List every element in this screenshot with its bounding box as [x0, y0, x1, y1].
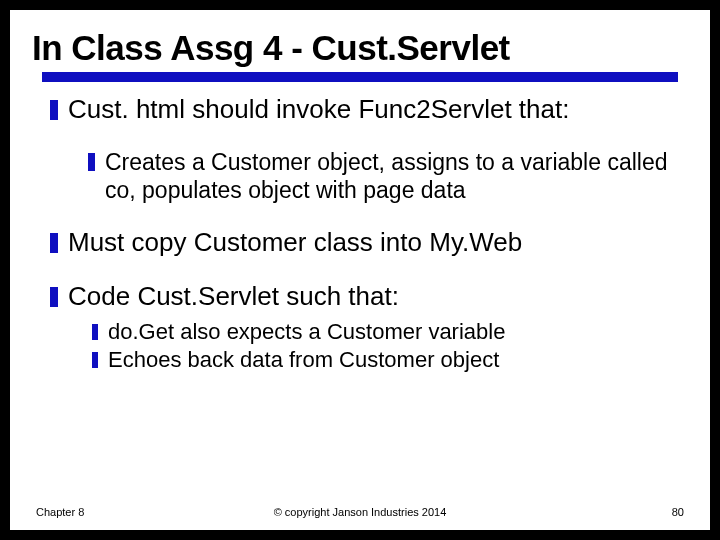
bullet-text: Must copy Customer class into My.Web: [68, 227, 522, 259]
bullet-icon: [92, 324, 98, 340]
bullet-text: Echoes back data from Customer object: [108, 347, 499, 373]
footer-center: © copyright Janson Industries 2014: [10, 506, 710, 518]
bullet-icon: [50, 233, 58, 253]
bullet-icon: [50, 100, 58, 120]
bullet-level1: Cust. html should invoke Func2Servlet th…: [50, 94, 670, 126]
title-underline: [42, 72, 678, 82]
bullet-icon: [92, 352, 98, 368]
bullet-level2: Creates a Customer object, assigns to a …: [88, 148, 670, 206]
bullet-level1: Must copy Customer class into My.Web: [50, 227, 670, 259]
bullet-text: Creates a Customer object, assigns to a …: [105, 148, 670, 206]
slide-title: In Class Assg 4 - Cust.Servlet: [10, 10, 710, 72]
slide: In Class Assg 4 - Cust.Servlet Cust. htm…: [10, 10, 710, 530]
bullet-text: do.Get also expects a Customer variable: [108, 319, 505, 345]
bullet-level3: do.Get also expects a Customer variable: [92, 319, 670, 345]
slide-body: Cust. html should invoke Func2Servlet th…: [10, 94, 710, 373]
bullet-icon: [50, 287, 58, 307]
bullet-level1: Code Cust.Servlet such that:: [50, 281, 670, 313]
bullet-level3: Echoes back data from Customer object: [92, 347, 670, 373]
bullet-text: Cust. html should invoke Func2Servlet th…: [68, 94, 569, 126]
bullet-text: Code Cust.Servlet such that:: [68, 281, 399, 313]
bullet-icon: [88, 153, 95, 171]
slide-footer: Chapter 8 © copyright Janson Industries …: [10, 506, 710, 518]
